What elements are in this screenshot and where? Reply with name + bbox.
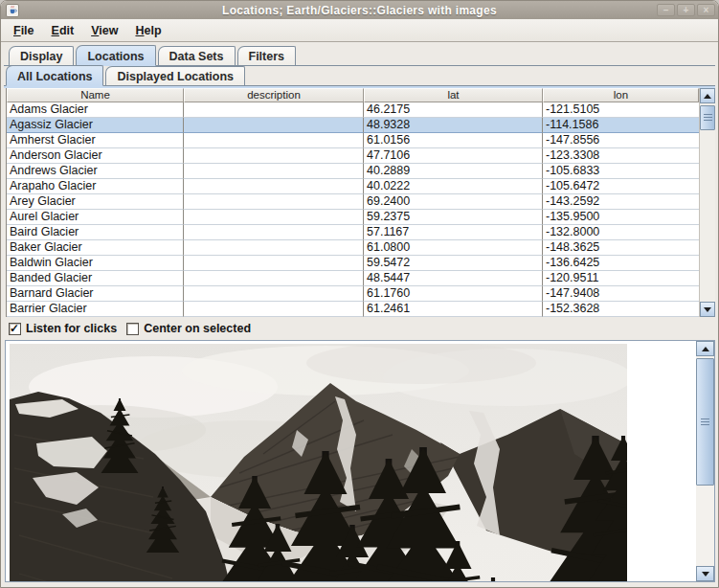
cell-name: Andrews Glacier — [7, 164, 184, 179]
locations-table-container: Name description lat lon Adams Glacier 4… — [6, 88, 715, 317]
table-row[interactable]: Baker Glacier 61.0800 -148.3625 — [7, 240, 699, 256]
scroll-down-button[interactable] — [700, 302, 715, 317]
table-row[interactable]: Andrews Glacier 40.2889 -105.6833 — [7, 164, 699, 179]
triangle-up-icon — [704, 94, 711, 99]
cell-name: Aurel Glacier — [7, 210, 184, 225]
menu-bar: File Edit View Help — [1, 19, 718, 42]
cell-description — [184, 164, 364, 179]
cell-lon: -136.6425 — [543, 256, 699, 271]
title-bar[interactable]: Locations; Earth/Glaciers::Glaciers with… — [1, 1, 718, 19]
cell-name: Baker Glacier — [7, 240, 184, 256]
window-content: Display Locations Data Sets Filters All … — [1, 42, 718, 587]
scrollbar-track[interactable] — [700, 130, 715, 302]
cell-lat: 48.9328 — [364, 118, 543, 133]
table-vertical-scrollbar[interactable] — [699, 88, 715, 317]
cell-lat: 61.0156 — [364, 133, 543, 148]
cell-lon: -147.9408 — [543, 286, 699, 302]
scroll-up-button[interactable] — [700, 88, 715, 103]
window-title: Locations; Earth/Glaciers::Glaciers with… — [1, 4, 718, 17]
cell-lat: 59.5472 — [364, 256, 543, 271]
cell-name: Agassiz Glacier — [7, 118, 184, 133]
glacier-photo — [6, 341, 696, 581]
tab-display[interactable]: Display — [9, 46, 74, 65]
cell-lon: -147.8556 — [543, 133, 699, 148]
cell-description — [184, 194, 364, 210]
table-row[interactable]: Baird Glacier 57.1167 -132.8000 — [7, 225, 699, 240]
table-row[interactable]: Arey Glacier 69.2400 -143.2592 — [7, 194, 699, 210]
scrollbar-thumb[interactable] — [696, 358, 714, 486]
locations-sub-tab-bar: All Locations Displayed Locations — [4, 66, 715, 86]
column-header-lon[interactable]: lon — [543, 88, 699, 102]
photo-vertical-scrollbar[interactable] — [696, 341, 714, 581]
cell-description — [184, 225, 364, 240]
cell-lat: 59.2375 — [364, 210, 543, 225]
table-row[interactable]: Banded Glacier 48.5447 -120.9511 — [7, 271, 699, 286]
menu-edit[interactable]: Edit — [43, 21, 83, 40]
cell-description — [184, 118, 364, 133]
scrollbar-track[interactable] — [696, 486, 714, 566]
cell-name: Amherst Glacier — [7, 133, 184, 148]
cell-name: Banded Glacier — [7, 271, 184, 286]
menu-view[interactable]: View — [82, 21, 126, 40]
cell-description — [184, 179, 364, 194]
listen-for-clicks-checkbox[interactable] — [9, 323, 21, 335]
cell-name: Arapaho Glacier — [7, 179, 184, 194]
cell-description — [184, 133, 364, 148]
table-row[interactable]: Adams Glacier 46.2175 -121.5105 — [7, 102, 699, 118]
cell-description — [184, 286, 364, 302]
cell-lon: -123.3308 — [543, 148, 699, 164]
cell-lat: 61.1760 — [364, 286, 543, 302]
scroll-up-button[interactable] — [696, 341, 714, 356]
photo-scroll-pane — [5, 340, 715, 582]
main-tab-bar: Display Locations Data Sets Filters — [4, 42, 715, 66]
cell-lon: -105.6472 — [543, 179, 699, 194]
cell-lon: -143.2592 — [543, 194, 699, 210]
scrollbar-thumb[interactable] — [700, 105, 715, 130]
tab-all-locations[interactable]: All Locations — [6, 65, 103, 86]
table-row[interactable]: Arapaho Glacier 40.0222 -105.6472 — [7, 179, 699, 194]
listen-for-clicks-option[interactable]: Listen for clicks — [9, 322, 117, 335]
cell-description — [184, 271, 364, 286]
center-on-selected-label: Center on selected — [144, 322, 251, 335]
tab-data-sets[interactable]: Data Sets — [158, 46, 236, 65]
menu-help[interactable]: Help — [126, 21, 169, 40]
table-row[interactable]: Anderson Glacier 47.7106 -123.3308 — [7, 148, 699, 164]
cell-description — [184, 240, 364, 256]
cell-lat: 40.2889 — [364, 164, 543, 179]
table-row[interactable]: Amherst Glacier 61.0156 -147.8556 — [7, 133, 699, 148]
table-row[interactable]: Barrier Glacier 61.2461 -152.3628 — [7, 302, 699, 317]
tab-locations[interactable]: Locations — [76, 45, 155, 66]
tab-displayed-locations[interactable]: Displayed Locations — [105, 66, 245, 85]
column-header-lat[interactable]: lat — [364, 88, 543, 102]
center-on-selected-option[interactable]: Center on selected — [126, 322, 251, 335]
cell-lat: 47.7106 — [364, 148, 543, 164]
cell-lat: 61.2461 — [364, 302, 543, 317]
cell-lon: -135.9500 — [543, 210, 699, 225]
cell-name: Barrier Glacier — [7, 302, 184, 317]
tab-filters[interactable]: Filters — [237, 46, 297, 65]
triangle-down-icon — [704, 307, 711, 312]
cell-lon: -121.5105 — [543, 102, 699, 118]
close-button[interactable]: × — [697, 4, 715, 16]
scroll-down-button[interactable] — [696, 566, 714, 581]
options-row: Listen for clicks Center on selected — [4, 317, 715, 340]
table-header-row: Name description lat lon — [7, 88, 699, 102]
table-row-selected[interactable]: Agassiz Glacier 48.9328 -114.1586 — [7, 118, 699, 133]
listen-for-clicks-label: Listen for clicks — [26, 322, 117, 335]
minimize-button[interactable]: – — [657, 4, 675, 16]
cell-lon: -120.9511 — [543, 271, 699, 286]
table-row[interactable]: Barnard Glacier 61.1760 -147.9408 — [7, 286, 699, 302]
table-row[interactable]: Aurel Glacier 59.2375 -135.9500 — [7, 210, 699, 225]
table-row[interactable]: Baldwin Glacier 59.5472 -136.6425 — [7, 256, 699, 271]
cell-lat: 40.0222 — [364, 179, 543, 194]
column-header-name[interactable]: Name — [7, 88, 184, 102]
cell-name: Adams Glacier — [7, 102, 184, 118]
cell-lat: 48.5447 — [364, 271, 543, 286]
maximize-button[interactable]: + — [677, 4, 695, 16]
menu-file[interactable]: File — [5, 21, 43, 40]
center-on-selected-checkbox[interactable] — [126, 323, 139, 335]
cell-name: Baird Glacier — [7, 225, 184, 240]
cell-description — [184, 256, 364, 271]
column-header-description[interactable]: description — [184, 88, 364, 102]
glacier-photo-illustration — [10, 344, 627, 581]
